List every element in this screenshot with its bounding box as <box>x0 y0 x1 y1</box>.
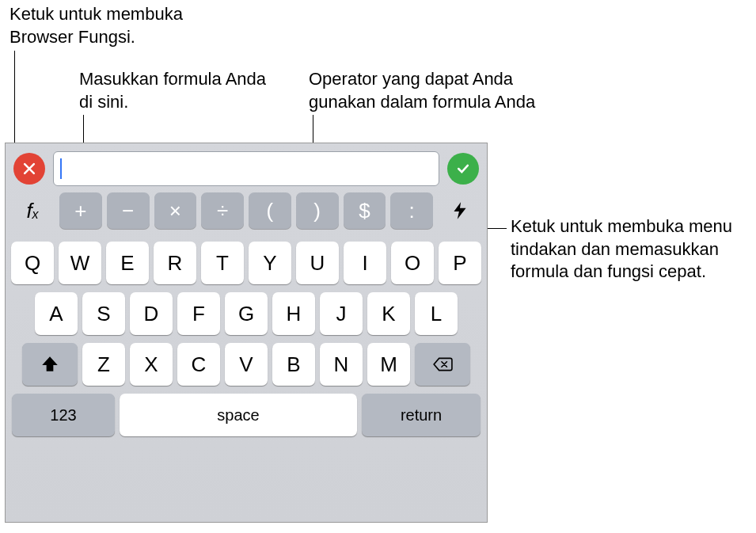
callout-ops: Operator yang dapat Anda gunakan dalam f… <box>309 68 546 113</box>
key-e[interactable]: E <box>106 242 149 284</box>
fx-sublabel: x <box>32 207 39 222</box>
function-browser-button[interactable]: fx <box>10 192 55 229</box>
op-multiply[interactable]: × <box>154 192 197 229</box>
key-a[interactable]: A <box>35 292 78 335</box>
key-r[interactable]: R <box>154 242 196 284</box>
check-icon <box>455 161 471 177</box>
key-k[interactable]: K <box>367 292 410 335</box>
key-w[interactable]: W <box>59 242 101 284</box>
op-paren-close[interactable]: ) <box>296 192 339 229</box>
kb-row-3: Z X C V B N M <box>10 343 482 386</box>
operator-row: fx + − × ÷ ( ) $ : <box>6 192 487 237</box>
key-u[interactable]: U <box>296 242 339 284</box>
key-c[interactable]: C <box>177 343 220 386</box>
key-m[interactable]: M <box>367 343 410 386</box>
key-j[interactable]: J <box>320 292 363 335</box>
key-x[interactable]: X <box>130 343 173 386</box>
op-divide[interactable]: ÷ <box>201 192 244 229</box>
callout-fx: Ketuk untuk membuka Browser Fungsi. <box>9 3 247 48</box>
kb-row-bottom: 123 space return <box>10 394 482 436</box>
op-paren-open[interactable]: ( <box>249 192 291 229</box>
key-b[interactable]: B <box>272 343 315 386</box>
op-plus[interactable]: + <box>59 192 102 229</box>
key-v[interactable]: V <box>225 343 268 386</box>
key-h[interactable]: H <box>272 292 315 335</box>
key-q[interactable]: Q <box>11 242 54 284</box>
key-t[interactable]: T <box>201 242 244 284</box>
callout-input: Masukkan formula Anda di sini. <box>79 68 277 113</box>
key-o[interactable]: O <box>391 242 434 284</box>
close-icon <box>21 161 37 177</box>
accept-button[interactable] <box>447 153 479 185</box>
key-shift[interactable] <box>22 343 78 386</box>
fx-label: f <box>26 199 32 223</box>
kb-row-1: Q W E R T Y U I O P <box>10 242 482 284</box>
key-f[interactable]: F <box>177 292 220 335</box>
key-n[interactable]: N <box>320 343 363 386</box>
kb-row-2: A S D F G H J K L <box>10 292 482 335</box>
qwerty-keyboard: Q W E R T Y U I O P A S D F G H J K L Z <box>6 237 487 443</box>
formula-input[interactable] <box>53 151 439 186</box>
key-i[interactable]: I <box>344 242 386 284</box>
backspace-icon <box>432 354 453 375</box>
op-minus[interactable]: − <box>107 192 150 229</box>
key-l[interactable]: L <box>415 292 458 335</box>
shift-icon <box>40 354 60 375</box>
input-cursor <box>60 158 62 179</box>
cancel-button[interactable] <box>13 153 45 185</box>
key-d[interactable]: D <box>130 292 173 335</box>
key-z[interactable]: Z <box>82 343 125 386</box>
callout-bolt: Ketuk untuk membuka menu tindakan dan me… <box>511 215 748 284</box>
key-s[interactable]: S <box>82 292 125 335</box>
key-return[interactable]: return <box>362 394 481 436</box>
key-backspace[interactable] <box>415 343 470 386</box>
formula-keyboard: fx + − × ÷ ( ) $ : Q W E R T Y U I O P A… <box>5 143 488 523</box>
key-p[interactable]: P <box>439 242 481 284</box>
quick-actions-button[interactable] <box>438 192 482 229</box>
key-numswitch[interactable]: 123 <box>12 394 115 436</box>
op-colon[interactable]: : <box>390 192 433 229</box>
formula-bar <box>6 143 487 192</box>
op-dollar[interactable]: $ <box>344 192 386 229</box>
key-g[interactable]: G <box>225 292 268 335</box>
key-y[interactable]: Y <box>249 242 291 284</box>
key-space[interactable]: space <box>120 394 357 436</box>
bolt-icon <box>450 200 470 221</box>
